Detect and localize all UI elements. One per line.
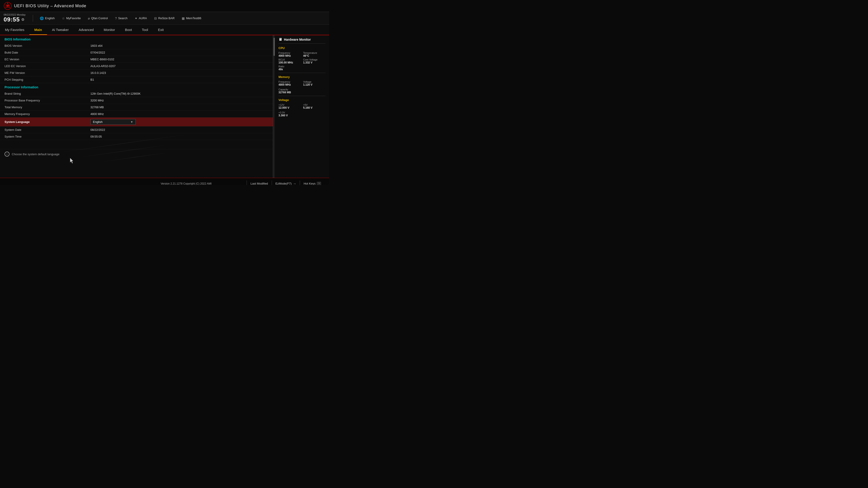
info-hint: i Choose the system default language <box>0 149 273 159</box>
star-icon: ☆ <box>62 17 65 20</box>
system-language-row[interactable]: System Language English ▼ <box>0 118 273 127</box>
total-memory-row: Total Memory 32768 MB <box>0 104 273 111</box>
system-time-value: 09:55:05 <box>90 135 268 138</box>
monitor-icon: 🖥 <box>278 37 282 41</box>
voltage-stats: +12V 12.000 V +5V 5.160 V <box>278 103 326 109</box>
svg-point-2 <box>7 5 9 7</box>
mem-frequency-label: Frequency 4800 MHz <box>278 80 301 86</box>
system-time-row[interactable]: System Time 09:55:05 <box>0 133 273 140</box>
voltage-section-title: Voltage <box>278 98 326 102</box>
system-date-value: 08/22/2022 <box>90 128 268 131</box>
myfavorite-button[interactable]: ☆ MyFavorite <box>61 16 82 21</box>
ez-mode-icon: → <box>293 182 296 185</box>
last-modified-button[interactable]: Last Modified <box>247 181 272 185</box>
brand-string-label: Brand String <box>4 92 90 95</box>
fan-icon: ⌀ <box>88 17 90 20</box>
hw-monitor-label: Hardware Monitor <box>284 38 311 41</box>
page-title: UEFI BIOS Utility – Advanced Mode <box>14 4 86 8</box>
bios-version-label: BIOS Version <box>4 44 90 47</box>
qfan-label: Qfan Control <box>91 17 108 20</box>
system-date-label: System Date <box>4 128 90 131</box>
globe-icon: 🌐 <box>40 17 43 20</box>
cpu-frequency-label: Frequency 4900 MHz <box>278 52 301 57</box>
bios-section-header: BIOS Information <box>0 35 273 42</box>
myfavorite-label: MyFavorite <box>66 17 81 20</box>
hot-keys-button[interactable]: Hot Keys ? <box>300 181 324 185</box>
mem-capacity-label: Capacity 32768 MB <box>278 88 326 94</box>
language-selector[interactable]: 🌐 English <box>38 16 56 21</box>
pch-stepping-row: PCH Stepping B1 <box>0 76 273 83</box>
search-icon: ? <box>115 17 117 20</box>
qfan-button[interactable]: ⌀ Qfan Control <box>87 16 109 21</box>
proc-base-freq-value: 3200 MHz <box>90 99 268 102</box>
memory-stats: Frequency 4800 MHz Voltage 1.120 V <box>278 80 326 86</box>
v33-label: +3.3V 3.360 V <box>278 111 326 117</box>
build-date-row: Build Date 07/04/2022 <box>0 49 273 56</box>
memory-freq-label: Memory Frequency <box>4 112 90 116</box>
bios-version-value: 1603 x64 <box>90 44 268 47</box>
nav-menu: My Favorites Main Ai Tweaker Advanced Mo… <box>0 25 329 35</box>
content-area[interactable]: BIOS Information BIOS Version 1603 x64 B… <box>0 35 273 178</box>
total-memory-label: Total Memory <box>4 105 90 109</box>
led-ec-version-value: AULA3-AR32-0207 <box>90 64 268 68</box>
chevron-down-icon: ▼ <box>130 121 133 124</box>
last-modified-label: Last Modified <box>250 182 268 185</box>
settings-icon[interactable]: ⚙ <box>21 18 24 22</box>
system-language-value: English <box>93 120 130 124</box>
memtest-icon: ▦ <box>182 17 185 20</box>
footer-buttons: Last Modified EzMode(F7) → Hot Keys ? <box>247 181 324 185</box>
memory-voltage-divider <box>278 96 326 96</box>
nav-tool[interactable]: Tool <box>137 25 153 35</box>
ez-mode-button[interactable]: EzMode(F7) → <box>272 181 300 185</box>
question-badge: ? <box>317 182 321 185</box>
nav-advanced[interactable]: Advanced <box>74 25 99 35</box>
hint-text: Choose the system default language <box>12 153 59 156</box>
cpu-temperature-label: Temperature 46°C <box>303 52 326 57</box>
footer: Version 2.21.1278 Copyright (C) 2022 AMI… <box>0 178 329 185</box>
aura-button[interactable]: ✦ AURA <box>133 16 148 21</box>
system-time-label: System Time <box>4 135 90 138</box>
cpu-stats: Frequency 4900 MHz Temperature 46°C BCLK… <box>278 52 326 71</box>
hw-monitor-panel: 🖥 Hardware Monitor CPU Frequency 4900 MH… <box>275 35 329 178</box>
brand-string-row: Brand String 12th Gen Intel(R) Core(TM) … <box>0 90 273 97</box>
nav-monitor[interactable]: Monitor <box>99 25 120 35</box>
mem-voltage-label: Voltage 1.120 V <box>303 80 326 86</box>
system-language-dropdown[interactable]: English ▼ <box>90 119 135 125</box>
total-memory-value: 32768 MB <box>90 105 268 109</box>
divider-1 <box>33 15 33 22</box>
nav-boot[interactable]: Boot <box>120 25 137 35</box>
ec-version-label: EC Version <box>4 58 90 61</box>
scrollbar-thumb[interactable] <box>274 38 275 56</box>
led-ec-version-label: LED EC Version <box>4 64 90 68</box>
search-button[interactable]: ? Search <box>114 16 129 21</box>
cpu-bclk-label: BCLK 100.00 MHz <box>278 58 301 64</box>
hot-keys-label: Hot Keys <box>304 182 315 185</box>
memory-freq-row: Memory Frequency 4800 MHz <box>0 111 273 118</box>
nav-ai-tweaker[interactable]: Ai Tweaker <box>47 25 74 35</box>
nav-exit[interactable]: Exit <box>153 25 168 35</box>
cpu-section-title: CPU <box>278 46 326 50</box>
hw-monitor-title: 🖥 Hardware Monitor <box>278 37 326 43</box>
datetime-display: 08/22/2022 Monday 09:55 ⚙ <box>4 13 26 23</box>
bios-version-row: BIOS Version 1603 x64 <box>0 42 273 49</box>
aura-label: AURA <box>139 17 147 20</box>
resizebar-label: ReSize BAR <box>158 17 175 20</box>
ez-mode-label: EzMode(F7) <box>276 182 292 185</box>
led-ec-version-row: LED EC Version AULA3-AR32-0207 <box>0 63 273 70</box>
v5-label: +5V 5.160 V <box>303 103 326 109</box>
info-icon: i <box>4 152 9 157</box>
nav-main[interactable]: Main <box>29 25 47 35</box>
nav-my-favorites[interactable]: My Favorites <box>0 25 29 35</box>
proc-base-freq-label: Processor Base Frequency <box>4 99 90 102</box>
main-layout: BIOS Information BIOS Version 1603 x64 B… <box>0 35 329 178</box>
ec-version-value: MBEC-B660-0102 <box>90 58 268 61</box>
cpu-memory-divider <box>278 73 326 73</box>
resizebar-button[interactable]: ⊟ ReSize BAR <box>153 16 176 21</box>
proc-base-freq-row: Processor Base Frequency 3200 MHz <box>0 97 273 104</box>
pch-stepping-label: PCH Stepping <box>4 78 90 81</box>
build-date-value: 07/04/2022 <box>90 51 268 54</box>
scrollbar-track[interactable] <box>273 35 275 178</box>
aura-icon: ✦ <box>135 17 137 20</box>
memtest-button[interactable]: ▦ MemTest86 <box>180 16 203 21</box>
system-date-row[interactable]: System Date 08/22/2022 <box>0 127 273 133</box>
